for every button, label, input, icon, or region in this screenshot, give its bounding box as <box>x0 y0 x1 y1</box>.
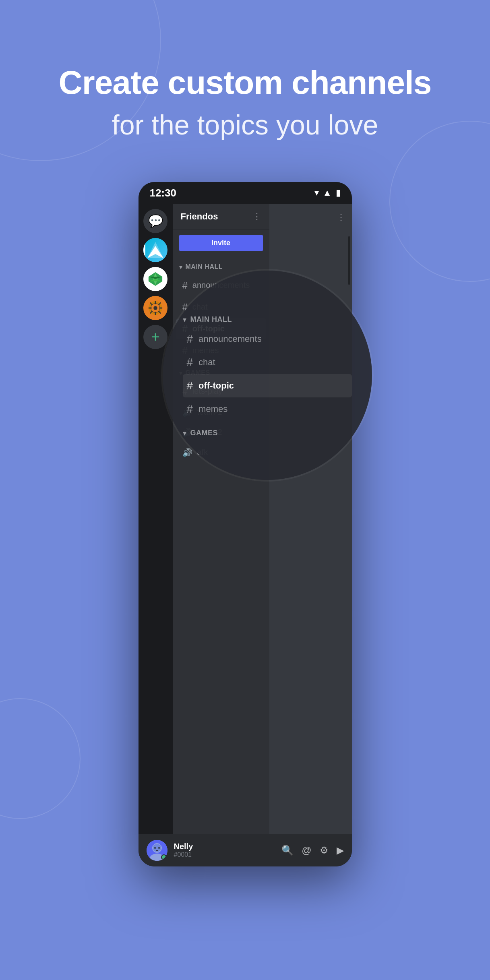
channel-name: team-2 <box>197 428 222 437</box>
channel-item-team-1[interactable]: 🔊 team-1 <box>176 403 266 422</box>
signal-icon: ▲ <box>323 188 332 198</box>
mention-action-button[interactable]: @ <box>302 845 311 856</box>
svg-point-24 <box>158 847 160 849</box>
user-tag: #0001 <box>174 851 275 858</box>
category-name: GAMES <box>186 369 210 376</box>
invite-button[interactable]: Invite <box>179 235 263 251</box>
category-name: MAIN HALL <box>186 263 223 271</box>
header-section: Create custom channels for the topics yo… <box>0 0 490 174</box>
page-title: Create custom channels <box>0 64 490 101</box>
channel-name: chat <box>192 302 208 312</box>
phone-wrapper: 12:30 ▾ ▲ ▮ 💬 <box>0 174 490 866</box>
username: Nelly <box>174 842 275 851</box>
voice-icon: 🔊 <box>182 407 192 417</box>
server-icon-chat[interactable]: 💬 <box>143 209 167 233</box>
online-status-dot <box>161 854 167 860</box>
status-time: 12:30 <box>150 187 177 199</box>
server-icon-orange[interactable] <box>143 296 167 320</box>
category-games[interactable]: ▾ GAMES <box>173 362 269 380</box>
orange-server-logo <box>148 300 163 316</box>
channel-item-lets-play[interactable]: # lets-play <box>176 381 266 402</box>
add-icon: + <box>151 330 159 344</box>
channel-name: off-topic <box>192 324 225 333</box>
user-avatar <box>147 840 167 861</box>
hash-icon: # <box>182 323 188 335</box>
page-subtitle: for the topics you love <box>0 109 490 142</box>
voice-icon: 🔊 <box>182 428 192 437</box>
channel-name: lets-play <box>192 387 222 396</box>
user-actions: 🔍 @ ⚙ ▶ <box>281 845 343 856</box>
server-name: Friendos <box>181 211 218 222</box>
active-indicator <box>143 242 145 258</box>
app-body: 💬 <box>139 204 352 834</box>
blue-server-logo <box>147 242 163 258</box>
svg-point-8 <box>153 306 157 310</box>
hash-icon: # <box>182 280 188 291</box>
scroll-bar[interactable] <box>348 236 350 285</box>
channel-sidebar: Friendos ⋮ Invite ▾ MAIN HALL # announce… <box>173 204 269 834</box>
status-icons: ▾ ▲ ▮ <box>314 188 341 198</box>
channels-list: ▾ MAIN HALL # announcements # chat # off… <box>173 256 269 834</box>
chat-icon-symbol: 💬 <box>148 214 163 228</box>
channel-item-afk[interactable]: 🔊 afk <box>176 443 266 462</box>
category-arrow: ▾ <box>179 369 182 377</box>
channel-name: afk <box>197 448 208 457</box>
server-icon-blue[interactable] <box>143 238 167 262</box>
search-action-button[interactable]: 🔍 <box>281 845 294 856</box>
server-icon-sims[interactable] <box>143 267 167 291</box>
channel-item-off-topic[interactable]: # off-topic <box>176 318 266 339</box>
hash-icon: # <box>182 302 188 313</box>
hash-icon: # <box>182 386 188 397</box>
channel-name: announcements <box>192 281 250 290</box>
user-info: Nelly #0001 <box>174 842 275 858</box>
main-content: ⋮ <box>269 204 352 834</box>
hash-icon: # <box>182 345 188 356</box>
channel-name: team-1 <box>197 407 222 417</box>
send-action-button[interactable]: ▶ <box>337 845 344 856</box>
channel-item-team-2[interactable]: 🔊 team-2 <box>176 423 266 442</box>
voice-icon: 🔊 <box>182 448 192 457</box>
svg-point-23 <box>154 847 156 849</box>
status-bar: 12:30 ▾ ▲ ▮ <box>139 182 352 204</box>
user-bar: Nelly #0001 🔍 @ ⚙ ▶ <box>139 834 352 866</box>
channel-item-chat[interactable]: # chat <box>176 297 266 318</box>
battery-icon: ▮ <box>336 188 341 198</box>
channel-item-announcements[interactable]: # announcements <box>176 275 266 296</box>
add-server-button[interactable]: + <box>143 325 167 349</box>
channel-name: memes <box>192 346 219 355</box>
sims-logo <box>148 271 163 287</box>
content-menu-button[interactable]: ⋮ <box>337 212 345 223</box>
settings-action-button[interactable]: ⚙ <box>320 845 329 856</box>
category-main-hall[interactable]: ▾ MAIN HALL <box>173 256 269 274</box>
server-menu-button[interactable]: ⋮ <box>252 211 261 222</box>
category-arrow: ▾ <box>179 263 182 271</box>
server-header: Friendos ⋮ <box>173 204 269 230</box>
channel-item-memes[interactable]: # memes <box>176 340 266 361</box>
wifi-icon: ▾ <box>314 188 319 198</box>
phone-mockup: 12:30 ▾ ▲ ▮ 💬 <box>139 182 352 866</box>
server-sidebar: 💬 <box>139 204 173 834</box>
